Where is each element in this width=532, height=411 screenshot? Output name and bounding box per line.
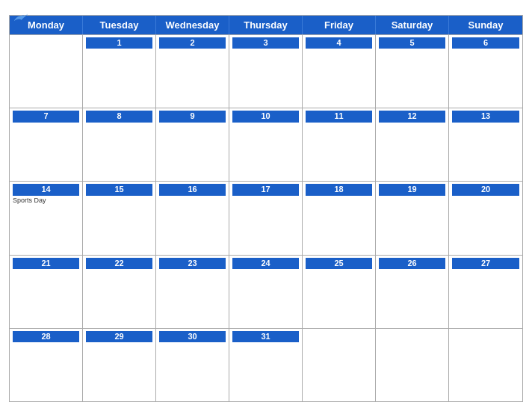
day-number: 23: [159, 258, 226, 269]
day-header-sunday: Sunday: [449, 16, 522, 34]
day-cell: 28: [10, 329, 83, 401]
day-number: 5: [379, 37, 445, 49]
day-cell: 13: [449, 108, 522, 181]
day-event: Sports Day: [13, 197, 79, 205]
day-header-saturday: Saturday: [376, 16, 449, 34]
day-cell: 24: [229, 256, 303, 328]
day-number: 9: [159, 111, 226, 122]
week-row-5: 28293031: [10, 328, 522, 401]
day-cell: [449, 329, 522, 401]
day-header-wednesday: Wednesday: [156, 16, 229, 34]
calendar: MondayTuesdayWednesdayThursdayFridaySatu…: [9, 15, 523, 402]
day-cell: 2: [156, 35, 229, 108]
day-cell: 9: [156, 108, 229, 181]
day-cell: 6: [449, 35, 522, 108]
week-row-2: 78910111213: [10, 108, 522, 181]
day-cell: 10: [229, 108, 303, 181]
day-cell: 8: [83, 108, 156, 181]
day-cell: 19: [376, 182, 449, 254]
day-cell: 31: [229, 329, 303, 401]
day-number: 22: [86, 258, 152, 269]
day-cell: 16: [156, 182, 229, 254]
day-number: 12: [379, 111, 445, 122]
day-header-thursday: Thursday: [229, 16, 303, 34]
calendar-body: 1234567891011121314Sports Day15161718192…: [10, 34, 522, 401]
day-cell: 11: [303, 108, 376, 181]
day-cell: 1: [83, 35, 156, 108]
day-cell: 26: [376, 256, 449, 328]
day-number: 3: [232, 37, 299, 49]
day-number: 16: [159, 184, 226, 195]
day-number: 11: [306, 111, 372, 122]
day-cell: 7: [10, 108, 83, 181]
day-number: 25: [306, 258, 372, 269]
day-number: 7: [13, 111, 79, 122]
day-cell: 25: [303, 256, 376, 328]
day-cell: 27: [449, 256, 522, 328]
day-number: 8: [86, 111, 152, 122]
day-header-tuesday: Tuesday: [83, 16, 156, 34]
day-cell: 22: [83, 256, 156, 328]
day-cell: 20: [449, 182, 522, 254]
week-row-4: 21222324252627: [10, 255, 522, 328]
week-row-1: 123456: [10, 34, 522, 108]
day-cell: 12: [376, 108, 449, 181]
day-number: 21: [13, 258, 79, 269]
day-cell: 17: [229, 182, 303, 254]
day-number: 10: [232, 111, 299, 122]
day-cell: 4: [303, 35, 376, 108]
day-number: 27: [452, 258, 519, 269]
day-headers: MondayTuesdayWednesdayThursdayFridaySatu…: [10, 16, 522, 34]
day-number: 1: [86, 37, 152, 49]
day-cell: 18: [303, 182, 376, 254]
day-cell: 23: [156, 256, 229, 328]
day-cell: [10, 35, 83, 108]
day-cell: [303, 329, 376, 401]
day-cell: [376, 329, 449, 401]
day-cell: 5: [376, 35, 449, 108]
day-number: 24: [232, 258, 299, 269]
day-number: 14: [13, 184, 79, 195]
day-number: 26: [379, 258, 445, 269]
day-header-friday: Friday: [303, 16, 376, 34]
day-cell: 14Sports Day: [10, 182, 83, 254]
day-number: 18: [306, 184, 372, 195]
day-cell: 21: [10, 256, 83, 328]
day-number: 19: [379, 184, 445, 195]
day-cell: 29: [83, 329, 156, 401]
day-number: 17: [232, 184, 299, 195]
day-cell: 30: [156, 329, 229, 401]
logo: [9, 10, 32, 25]
day-number: 31: [232, 331, 299, 342]
day-number: 6: [452, 37, 519, 49]
day-cell: 3: [229, 35, 303, 108]
day-number: 29: [86, 331, 152, 342]
day-number: 28: [13, 331, 79, 342]
week-row-3: 14Sports Day151617181920: [10, 181, 522, 254]
day-number: 30: [159, 331, 226, 342]
day-number: 15: [86, 184, 152, 195]
day-number: 4: [306, 37, 372, 49]
logo-bird-icon: [9, 10, 30, 25]
day-number: 2: [159, 37, 226, 49]
day-number: 20: [452, 184, 519, 195]
day-cell: 15: [83, 182, 156, 254]
day-number: 13: [452, 111, 519, 122]
